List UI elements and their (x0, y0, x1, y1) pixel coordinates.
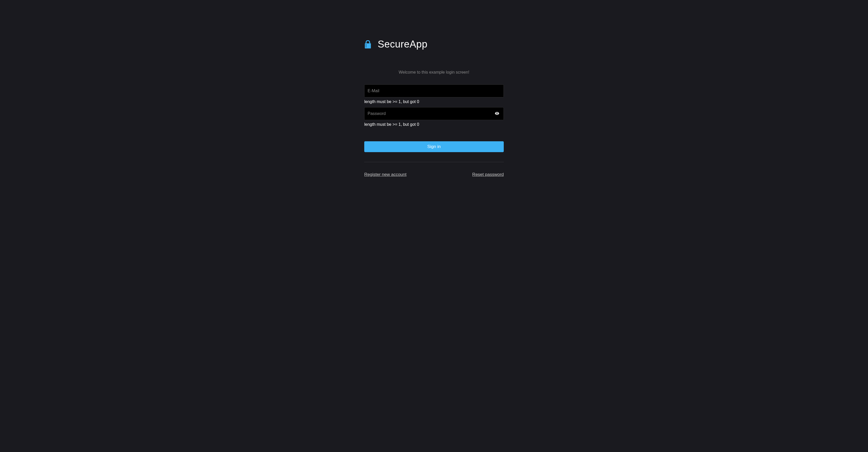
login-container: SecureApp Welcome to this example login … (364, 39, 504, 452)
divider (364, 162, 504, 162)
eye-icon (495, 111, 499, 117)
welcome-text: Welcome to this example login screen! (364, 70, 504, 75)
email-input-wrapper (364, 85, 504, 97)
toggle-password-visibility-button[interactable] (494, 110, 500, 118)
password-error-text: length must be >= 1, but got 0 (364, 122, 504, 127)
svg-rect-2 (366, 45, 366, 46)
footer-links: Register new account Reset password (364, 172, 504, 177)
brand-header: SecureApp (364, 39, 504, 50)
password-field[interactable] (368, 107, 494, 120)
password-field-group: length must be >= 1, but got 0 (364, 107, 504, 127)
email-field-group: length must be >= 1, but got 0 (364, 85, 504, 104)
reset-password-link[interactable]: Reset password (472, 172, 504, 177)
email-error-text: length must be >= 1, but got 0 (364, 99, 504, 104)
email-field[interactable] (368, 85, 500, 97)
register-link[interactable]: Register new account (364, 172, 406, 177)
svg-rect-1 (366, 44, 366, 45)
brand-title: SecureApp (378, 39, 428, 50)
svg-rect-3 (366, 46, 366, 47)
password-input-wrapper (364, 107, 504, 120)
lock-icon (364, 40, 371, 49)
signin-button[interactable]: Sign in (364, 141, 504, 152)
